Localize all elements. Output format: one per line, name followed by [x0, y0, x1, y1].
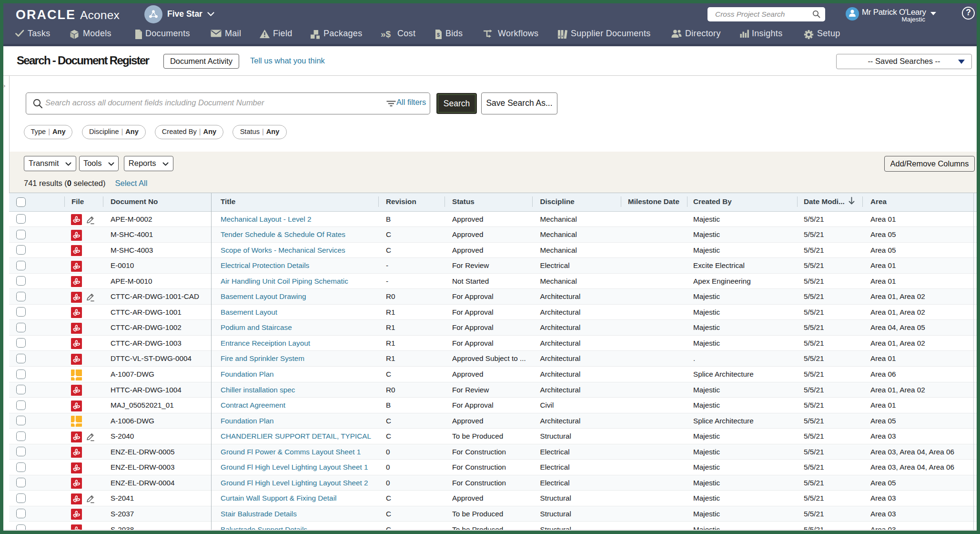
- svg-text:$: $: [437, 32, 440, 38]
